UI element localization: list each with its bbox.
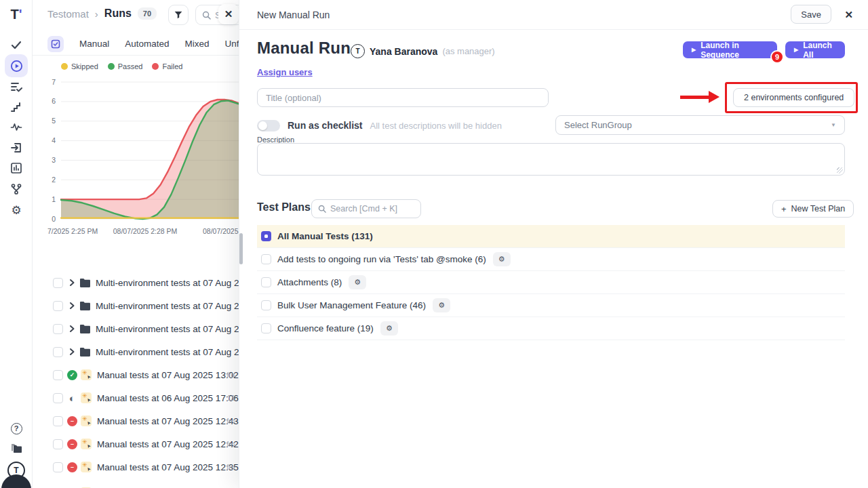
owner-name: Yana Baranova <box>370 46 437 57</box>
rungroup-select[interactable]: Select RunGroup ▼ <box>555 115 845 135</box>
folder-icon <box>79 324 90 333</box>
owner-avatar: T <box>351 44 365 58</box>
folder-run-row[interactable]: Multi-environment tests at 07 Aug 20 <box>33 317 239 340</box>
folder-run-row[interactable]: Multi-environment tests at 07 Aug 20 <box>33 294 239 317</box>
tab-all-runs[interactable] <box>47 36 64 52</box>
folder-run-row[interactable]: Multi-environment tests at 07 Aug 20 <box>33 271 239 294</box>
manual-run-row[interactable]: – Manual tests at 07 Aug 2025 12:43 fro <box>33 409 239 432</box>
import-icon[interactable] <box>0 141 33 155</box>
run-title-field[interactable] <box>257 88 549 107</box>
help-icon[interactable]: ? <box>0 422 33 435</box>
svg-text:3: 3 <box>52 156 56 164</box>
tab-mixed[interactable]: Mixed <box>185 39 210 49</box>
annotation-arrow <box>680 91 722 103</box>
row-checkbox[interactable] <box>53 462 63 472</box>
checklist-icon <box>51 39 60 49</box>
chart-legend: SkippedPassedFailed <box>61 62 182 70</box>
plan-settings-gear-icon[interactable]: ⚙ <box>493 252 511 266</box>
run-title-input[interactable] <box>266 93 548 103</box>
description-field[interactable] <box>257 143 845 176</box>
manual-run-row[interactable]: – Manual tests at 07 Aug 2025 12:35 fro <box>33 455 239 479</box>
legend-item-failed: Failed <box>152 62 182 70</box>
chevron-right-icon[interactable] <box>68 302 75 310</box>
rungroup-value: Select RunGroup <box>564 120 831 130</box>
chevron-right-icon[interactable] <box>68 348 75 356</box>
tab-automated[interactable]: Automated <box>125 39 169 49</box>
folder-icon <box>79 347 90 357</box>
runs-icon-active[interactable] <box>5 54 28 77</box>
milestones-icon[interactable] <box>0 100 33 114</box>
svg-text:6: 6 <box>52 97 56 105</box>
new-test-plan-button[interactable]: + New Test Plan <box>772 200 854 218</box>
analytics-icon[interactable] <box>0 120 33 134</box>
chevron-right-icon[interactable] <box>68 325 75 333</box>
search-close-icon[interactable]: ✕ <box>218 4 239 24</box>
run-row-label: Multi-environment tests at 07 Aug 20 <box>96 301 244 311</box>
environments-configured-button[interactable]: 2 environments configured <box>733 88 854 107</box>
manual-run-row[interactable]: ✓ Manual tests at 07 Aug 2025 13:02 fro <box>33 363 239 386</box>
row-checkbox[interactable] <box>53 439 63 449</box>
status-passed-icon: ✓ <box>67 370 77 380</box>
row-checkbox[interactable] <box>53 324 63 334</box>
checkbox[interactable] <box>261 300 271 310</box>
tab-manual[interactable]: Manual <box>79 39 109 49</box>
list-scrollbar-thumb[interactable] <box>239 233 243 264</box>
checkbox[interactable] <box>261 323 271 333</box>
row-checkbox[interactable] <box>53 278 63 288</box>
test-plan-row-selected[interactable]: All Manual Tests (131) <box>257 225 845 248</box>
folder-run-row[interactable]: Multi-environment tests at 07 Aug 20 <box>33 340 239 363</box>
row-checkbox[interactable] <box>53 393 63 403</box>
tests-icon[interactable] <box>0 38 33 52</box>
manual-run-row[interactable]: – Manual tests at 07 Aug 2025 12:42 fro <box>33 432 239 455</box>
description-textarea[interactable] <box>258 144 844 175</box>
legend-label: Skipped <box>71 62 98 70</box>
test-plan-label: Attachments (8) <box>277 277 342 287</box>
test-plans-search[interactable] <box>311 199 421 218</box>
svg-text:4: 4 <box>52 136 56 144</box>
manual-run-icon <box>81 462 92 472</box>
test-plan-row[interactable]: Confluence feature (19) ⚙ <box>257 317 845 340</box>
assign-users-link[interactable]: Assign users <box>257 67 313 77</box>
row-checkbox[interactable] <box>53 301 63 311</box>
plan-settings-gear-icon[interactable]: ⚙ <box>433 298 450 312</box>
projects-icon[interactable] <box>0 442 33 455</box>
folder-icon <box>79 278 90 287</box>
breadcrumb-root[interactable]: Testomat <box>47 8 89 20</box>
run-row-label: Manual tests at 07 Aug 2025 12:35 <box>97 462 239 472</box>
row-checkbox[interactable] <box>53 416 63 426</box>
plan-settings-gear-icon[interactable]: ⚙ <box>349 275 366 289</box>
manual-run-icon <box>81 392 92 403</box>
legend-dot <box>61 63 68 70</box>
app-logo[interactable]: T' <box>0 5 33 23</box>
legend-item-passed: Passed <box>108 62 143 70</box>
test-plans-icon[interactable] <box>0 80 33 94</box>
checkbox[interactable] <box>261 254 271 264</box>
new-manual-run-drawer: New Manual Run Save ✕ Manual Run T Yana … <box>239 0 868 488</box>
test-plan-row[interactable]: Bulk User Management Feature (46) ⚙ <box>257 294 845 317</box>
profile-letter: T <box>14 466 18 475</box>
manual-run-row[interactable]: ◐ Manual tests at 06 Aug 2025 17:06 13 <box>33 386 239 409</box>
test-plan-row[interactable]: Attachments (8) ⚙ <box>257 271 845 294</box>
test-plan-row[interactable]: Add tests to ongoing run via 'Tests' tab… <box>257 248 845 271</box>
checkbox-checked[interactable] <box>261 231 271 241</box>
manual-run-row-partial[interactable]: ◐ Manual tests at 07 Aug 2025 12:34 <box>33 481 239 488</box>
test-plans-search-input[interactable] <box>330 204 410 214</box>
filter-button[interactable] <box>168 5 189 25</box>
breadcrumb-current[interactable]: Runs <box>104 7 132 20</box>
launch-all-button[interactable]: ▶ Launch All <box>785 41 845 58</box>
close-icon[interactable]: ✕ <box>844 9 853 21</box>
save-button[interactable]: Save <box>791 5 831 24</box>
settings-gear-icon[interactable]: ⚙ <box>0 203 33 218</box>
launch-in-sequence-button[interactable]: ▶ Launch in Sequence <box>683 41 777 58</box>
row-checkbox[interactable] <box>53 347 63 357</box>
chevron-right-icon[interactable] <box>68 279 75 287</box>
branches-icon[interactable] <box>0 182 33 197</box>
checkbox[interactable] <box>261 277 271 287</box>
status-failed-icon: – <box>67 439 77 449</box>
run-row-label: Manual tests at 07 Aug 2025 13:02 <box>97 370 239 380</box>
row-checkbox[interactable] <box>53 370 63 380</box>
plan-settings-gear-icon[interactable]: ⚙ <box>380 321 398 336</box>
reports-icon[interactable] <box>0 161 33 175</box>
run-as-checklist-toggle[interactable] <box>257 120 280 131</box>
legend-item-skipped: Skipped <box>61 62 98 70</box>
